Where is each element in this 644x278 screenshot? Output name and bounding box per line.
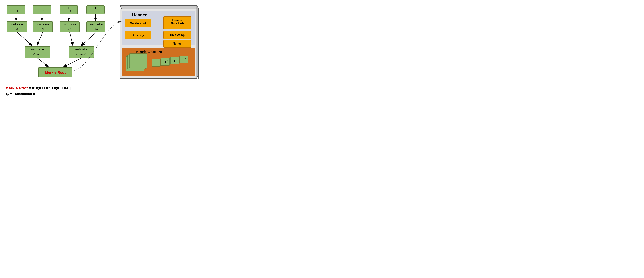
svg-text:T: T — [164, 60, 166, 64]
legend-merkle-formula: Merkle Root = #[#(#1+#2)+#(#3+#4)] — [5, 85, 209, 91]
svg-text:Hash value: Hash value — [64, 23, 76, 26]
svg-text:#4: #4 — [95, 28, 98, 30]
svg-text:#1: #1 — [16, 28, 18, 30]
svg-text:Merkle Root: Merkle Root — [130, 22, 146, 25]
svg-text:T: T — [155, 62, 157, 64]
svg-text:T: T — [183, 58, 185, 61]
svg-text:Hash value: Hash value — [11, 23, 23, 26]
svg-text:Merkle Root: Merkle Root — [45, 70, 66, 74]
svg-text:T: T — [41, 6, 43, 10]
svg-line-38 — [38, 58, 49, 68]
svg-text:#3: #3 — [68, 28, 71, 30]
svg-text:3: 3 — [70, 10, 71, 12]
svg-line-30 — [70, 32, 73, 46]
svg-text:Hash value: Hash value — [31, 48, 44, 51]
legend-merkle-root-label: Merkle Root — [5, 86, 28, 90]
legend-formula-text: = #[#(#1+#2)+#(#3+#4)] — [29, 86, 71, 90]
svg-text:4: 4 — [185, 57, 186, 59]
svg-text:Hash value: Hash value — [75, 48, 88, 51]
svg-text:T: T — [95, 6, 96, 10]
main-area: T 1 T 2 T 3 T 4 Hash — [5, 4, 209, 82]
svg-text:1: 1 — [17, 10, 18, 12]
svg-text:2: 2 — [167, 59, 168, 62]
svg-text:Timestamp: Timestamp — [170, 34, 184, 36]
block-diagram: Header Merkle Root Difficulty Previous B… — [116, 4, 205, 82]
svg-text:4: 4 — [96, 10, 98, 12]
svg-marker-45 — [197, 5, 198, 78]
svg-text:T: T — [15, 6, 17, 10]
svg-text:Difficulty: Difficulty — [132, 34, 144, 37]
svg-marker-44 — [120, 5, 198, 9]
svg-text:Hash value: Hash value — [90, 23, 103, 26]
svg-text:2: 2 — [43, 10, 44, 12]
svg-text:#(#3+#4): #(#3+#4) — [76, 53, 86, 56]
svg-line-31 — [80, 32, 96, 46]
legend-tn-def: Tn = Transaction n — [5, 91, 209, 97]
svg-text:Nonce: Nonce — [173, 42, 182, 45]
merkle-tree: T 1 T 2 T 3 T 4 Hash — [5, 4, 105, 81]
legend-tn-equals: = Transaction n — [9, 92, 35, 96]
block-svg: Header Merkle Root Difficulty Previous B… — [116, 4, 205, 82]
svg-text:T: T — [68, 6, 70, 10]
svg-text:Previous: Previous — [172, 19, 182, 22]
tree-diagram-svg: T 1 T 2 T 3 T 4 Hash — [5, 4, 105, 80]
svg-text:#2: #2 — [42, 28, 44, 30]
svg-line-29 — [36, 32, 43, 46]
svg-text:T: T — [174, 59, 176, 62]
svg-text:1: 1 — [158, 60, 158, 62]
legend-tn-label: Tn — [5, 92, 9, 96]
svg-text:Hash value: Hash value — [36, 23, 49, 26]
svg-text:#(#1+#2): #(#1+#2) — [32, 53, 42, 56]
legend: Merkle Root = #[#(#1+#2)+#(#3+#4)] Tn = … — [5, 85, 209, 97]
svg-rect-64 — [130, 54, 147, 68]
svg-text:3: 3 — [176, 58, 177, 60]
svg-line-39 — [62, 58, 81, 68]
svg-text:Block hash: Block hash — [170, 22, 184, 25]
svg-line-28 — [17, 32, 33, 46]
svg-text:Header: Header — [132, 12, 146, 17]
